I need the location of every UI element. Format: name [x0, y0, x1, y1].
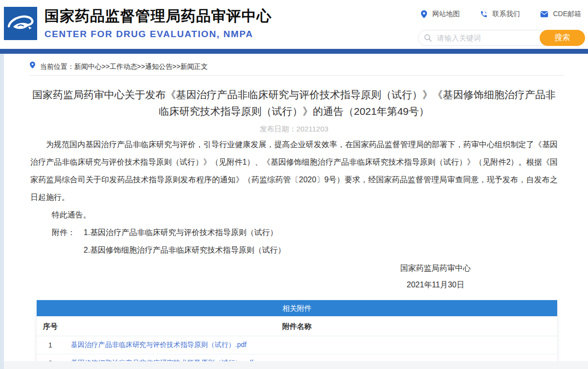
mail-icon	[540, 11, 548, 18]
attachment-row-number: 1	[37, 341, 64, 349]
attachment-pdf-link[interactable]: 基因治疗产品非临床研究与评价技术指导原则（试行）.pdf	[71, 341, 246, 349]
publish-date-label: 发布日期：	[260, 125, 296, 133]
breadcrumb-separator: >>	[102, 63, 109, 70]
bottom-background-band	[4, 361, 588, 369]
article-body: 为规范国内基因治疗产品非临床研究与评价，引导行业健康发展，提高企业研发效率，在国…	[30, 136, 558, 293]
phone-icon	[480, 10, 488, 18]
related-attachments-table: 相关附件 序号 附件名称 1 基因治疗产品非临床研究与评价技术指导原则（试行）.…	[37, 300, 557, 369]
signature-block: 国家药监局药审中心 2021年11月30日	[357, 260, 514, 293]
contact-link[interactable]: 联系我们	[480, 10, 520, 19]
breadcrumb-prefix: 当前位置：	[40, 63, 74, 70]
table-row: 1 基因治疗产品非临床研究与评价技术指导原则（试行）.pdf	[37, 336, 557, 354]
attachments-table-title: 相关附件	[37, 300, 557, 316]
header-divider-bar	[0, 49, 588, 54]
breadcrumb-item-notices[interactable]: 通知公告	[145, 63, 173, 70]
article-paragraph-main: 为规范国内基因治疗产品非临床研究与评价，引导行业健康发展，提高企业研发效率，在国…	[30, 136, 558, 206]
article-paragraph-notice: 特此通告。	[30, 206, 558, 224]
search-button[interactable]: 搜索	[540, 30, 585, 46]
signature-organization: 国家药监局药审中心	[357, 260, 514, 277]
breadcrumb-text: 当前位置：新闻中心>>工作动态>>通知公告>>新闻正文	[40, 62, 208, 71]
breadcrumb-item-news-center[interactable]: 新闻中心	[74, 63, 102, 70]
site-title-chinese: 国家药品监督管理局药品审评中心	[44, 7, 272, 25]
left-edge-strip	[0, 54, 4, 369]
signature-date: 2021年11月30日	[357, 277, 514, 293]
breadcrumb-item-work-dynamics[interactable]: 工作动态	[109, 63, 137, 70]
site-title-english: CENTER FOR DRUG EVALUATION, NMPA	[44, 29, 272, 40]
publish-date-value: 20211203	[296, 125, 328, 133]
contact-link-label: 联系我们	[492, 10, 520, 19]
header-quick-links: 网站地图 联系我们 CDE邮箱	[420, 10, 581, 19]
attachment-note: 附件： 1.基因治疗产品非临床研究与评价技术指导原则（试行） 2.基因修饰细胞治…	[30, 224, 558, 259]
attachment-note-item: 2.基因修饰细胞治疗产品非临床研究技术指导原则（试行）	[84, 241, 285, 259]
site-header: 国家药品监督管理局药品审评中心 CENTER FOR DRUG EVALUATI…	[0, 0, 588, 49]
article: 国家药监局药审中心关于发布《基因治疗产品非临床研究与评价技术指导原则（试行）》《…	[0, 87, 588, 293]
attachment-note-label: 附件：	[52, 224, 75, 259]
site-title-block: 国家药品监督管理局药品审评中心 CENTER FOR DRUG EVALUATI…	[44, 7, 272, 40]
cde-logo-icon[interactable]	[4, 7, 37, 40]
search-icon	[424, 34, 432, 44]
column-header-name: 附件名称	[37, 316, 557, 336]
article-title: 国家药监局药审中心关于发布《基因治疗产品非临床研究与评价技术指导原则（试行）》《…	[31, 87, 558, 120]
cde-mail-link[interactable]: CDE邮箱	[540, 10, 581, 19]
breadcrumb: 当前位置：新闻中心>>工作动态>>通知公告>>新闻正文	[29, 54, 565, 76]
main-content: 当前位置：新闻中心>>工作动态>>通知公告>>新闻正文 国家药监局药审中心关于发…	[0, 54, 588, 369]
map-pin-icon	[420, 10, 428, 19]
attachments-table-header-row: 序号 附件名称	[37, 316, 557, 336]
breadcrumb-separator: >>	[173, 63, 180, 70]
column-header-number: 序号	[37, 316, 64, 336]
publish-date: 发布日期：20211203	[30, 125, 558, 134]
breadcrumb-pin-icon	[29, 61, 36, 71]
cde-mail-link-label: CDE邮箱	[553, 10, 581, 19]
attachment-note-items: 1.基因治疗产品非临床研究与评价技术指导原则（试行） 2.基因修饰细胞治疗产品非…	[84, 224, 285, 259]
search-bar: 搜索	[418, 30, 585, 46]
breadcrumb-separator: >>	[137, 63, 145, 70]
sitemap-link[interactable]: 网站地图	[420, 10, 459, 19]
sitemap-link-label: 网站地图	[432, 10, 459, 19]
attachment-note-item: 1.基因治疗产品非临床研究与评价技术指导原则（试行）	[84, 224, 285, 241]
breadcrumb-item-article[interactable]: 新闻正文	[180, 63, 208, 70]
